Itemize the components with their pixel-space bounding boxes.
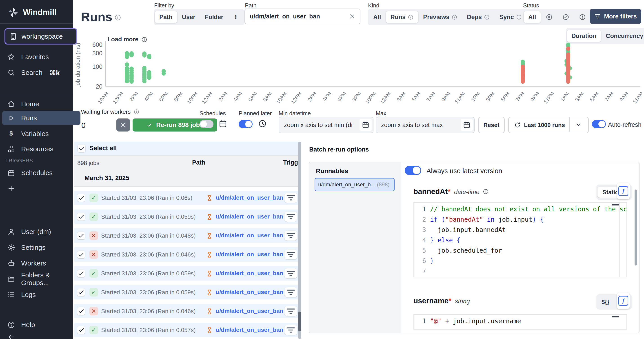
sidebar-item-favorites[interactable]: Favorites: [2, 50, 80, 64]
min-datetime-input[interactable]: [279, 122, 373, 129]
run-row[interactable]: ✓ Started 31/03, 23:06 (Ran in 0.06s) u/…: [74, 191, 301, 205]
run-row[interactable]: ✓ Started 31/03, 23:06 (Ran in 0.059s) u…: [74, 209, 301, 224]
always-latest-toggle[interactable]: [405, 166, 421, 175]
kind-option-all[interactable]: All: [369, 11, 386, 23]
panel-scrollbar-thumb[interactable]: [634, 189, 637, 265]
row-checkbox[interactable]: [77, 307, 85, 315]
run-row[interactable]: ✕ Started 31/03, 23:06 (Ran in 0.046s) u…: [74, 304, 301, 318]
chevron-down-icon[interactable]: [575, 121, 582, 128]
status-option-play-circle[interactable]: [541, 11, 557, 23]
sidebar-item-home[interactable]: Home: [2, 97, 80, 111]
kind-option-runs[interactable]: Runs: [386, 11, 418, 23]
sidebar-item-logs[interactable]: Logs: [2, 288, 80, 302]
reset-button[interactable]: Reset: [478, 117, 505, 133]
code-line: 2if ("bannedAt" in job.input) {: [414, 214, 626, 225]
row-path-link[interactable]: u/dm/alert_on_user_ban: [216, 251, 283, 258]
max-datetime-input[interactable]: [376, 122, 474, 129]
row-checkbox[interactable]: [77, 232, 85, 239]
planned-later-toggle[interactable]: [239, 120, 252, 128]
sidebar-item-resources[interactable]: Resources: [2, 142, 80, 156]
list-scrollbar-thumb[interactable]: [298, 311, 301, 331]
hourglass-icon: [206, 251, 214, 259]
row-checkbox[interactable]: [77, 194, 85, 202]
workspace-selector[interactable]: workingspace: [4, 28, 77, 45]
bannedat-code-editor[interactable]: 1// bannedAt does not exist on all versi…: [414, 202, 627, 277]
mode-template-button[interactable]: ${}: [598, 298, 614, 305]
runnable-name: u/dm/alert_on_user_b...: [318, 181, 375, 188]
sidebar-item-user[interactable]: User (dm): [2, 225, 80, 239]
auto-refresh-toggle[interactable]: [592, 120, 606, 128]
calendar-icon[interactable]: [218, 119, 228, 128]
building-icon: [9, 32, 18, 41]
date-group-header: March 31, 2025: [74, 170, 301, 187]
row-checkbox[interactable]: [77, 326, 85, 334]
sidebar-item-schedules[interactable]: Schedules: [2, 166, 80, 180]
javascript-mode-button[interactable]: f: [617, 292, 630, 309]
sidebar-item-workers[interactable]: Workers: [2, 256, 80, 270]
javascript-mode-button[interactable]: f: [617, 183, 630, 199]
kind-option-sync[interactable]: Sync: [495, 11, 526, 23]
filter-by-option-user[interactable]: User: [178, 11, 200, 23]
schedules-toggle[interactable]: [200, 120, 214, 128]
username-code-editor[interactable]: 1"@" + job.input.username: [414, 314, 627, 329]
sidebar-item-search[interactable]: Search ⌘k: [2, 66, 80, 80]
run-row[interactable]: ✓ Started 31/03, 23:06 (Ran in 0.059s) u…: [74, 266, 301, 280]
kind-option-deps[interactable]: Deps: [462, 11, 494, 23]
run-row[interactable]: ✕ Started 31/03, 23:06 (Ran in 0.048s) u…: [74, 228, 301, 243]
row-filter-button[interactable]: [284, 231, 297, 240]
row-filter-button[interactable]: [284, 212, 297, 222]
row-checkbox[interactable]: [77, 288, 85, 296]
sidebar-item-runs[interactable]: Runs: [2, 111, 80, 125]
filter-by-option-folder[interactable]: Folder: [200, 11, 228, 23]
run-row[interactable]: ✕ Started 31/03, 23:06 (Ran in 0.046s) u…: [74, 247, 301, 262]
row-path-link[interactable]: u/dm/alert_on_user_ban: [216, 326, 283, 333]
more-filters-button[interactable]: More filters: [590, 9, 641, 24]
runnable-item[interactable]: u/dm/alert_on_user_b... (898): [314, 178, 394, 191]
row-checkbox[interactable]: [77, 251, 85, 258]
filter-by-option-path[interactable]: Path: [155, 11, 177, 23]
row-filter-button[interactable]: [284, 287, 297, 297]
row-filter-button[interactable]: [284, 306, 297, 316]
max-datetime-calendar-button[interactable]: [461, 119, 473, 131]
sidebar-item-folders[interactable]: Folders & Groups...: [2, 272, 80, 286]
app-logo[interactable]: Windmill: [6, 6, 57, 19]
sidebar-item-help[interactable]: Help: [2, 318, 80, 332]
row-path-link[interactable]: u/dm/alert_on_user_ban: [216, 194, 283, 201]
last-runs-button[interactable]: Last 1000 runs: [508, 117, 589, 133]
sidebar-add-button[interactable]: [2, 182, 80, 196]
sidebar-item-variables[interactable]: $ Variables: [2, 127, 80, 141]
clear-selection-button[interactable]: [116, 119, 130, 132]
row-filter-button[interactable]: [284, 268, 297, 278]
status-option-alert-circle[interactable]: [574, 11, 590, 23]
path-filter-input[interactable]: [245, 13, 344, 20]
row-checkbox[interactable]: [77, 269, 85, 277]
row-path-link[interactable]: u/dm/alert_on_user_ban: [216, 289, 283, 296]
row-path-link[interactable]: u/dm/alert_on_user_ban: [216, 213, 283, 220]
info-icon[interactable]: [483, 188, 489, 195]
row-path-link[interactable]: u/dm/alert_on_user_ban: [216, 307, 283, 314]
always-latest-label: Always use latest version: [426, 166, 502, 175]
filter-by-option-item[interactable]: ⋮: [228, 11, 243, 23]
row-checkbox[interactable]: [77, 213, 85, 220]
duration-scatter-chart[interactable]: 6003001002010AM12PM2PM4PM6PM8PM10PM12AM2…: [76, 33, 642, 106]
run-row[interactable]: ✓ Started 31/03, 23:06 (Ran in 0.059s) u…: [74, 285, 301, 299]
collapse-sidebar-button[interactable]: [2, 330, 80, 339]
row-filter-button[interactable]: [284, 325, 297, 335]
sidebar-item-settings[interactable]: Settings: [2, 240, 80, 254]
clear-path-icon[interactable]: [349, 13, 356, 20]
row-path-link[interactable]: u/dm/alert_on_user_ban: [216, 270, 283, 277]
clock-icon[interactable]: [258, 119, 267, 128]
info-icon: [516, 14, 522, 20]
select-all-checkbox[interactable]: [78, 145, 86, 152]
min-datetime-calendar-button[interactable]: [360, 119, 372, 131]
row-filter-button[interactable]: [284, 193, 297, 203]
row-path-link[interactable]: u/dm/alert_on_user_ban: [216, 232, 283, 239]
path-column-header[interactable]: Path: [192, 159, 206, 166]
status-option-all[interactable]: All: [524, 11, 541, 23]
info-icon[interactable]: [114, 14, 121, 21]
list-scrollbar-track[interactable]: [298, 142, 301, 339]
status-option-check-circle[interactable]: [558, 11, 574, 23]
run-row[interactable]: ✓ Started 31/03, 23:06 (Ran in 0.057s) u…: [74, 323, 301, 337]
row-filter-button[interactable]: [284, 249, 297, 259]
kind-option-previews[interactable]: Previews: [418, 11, 462, 23]
